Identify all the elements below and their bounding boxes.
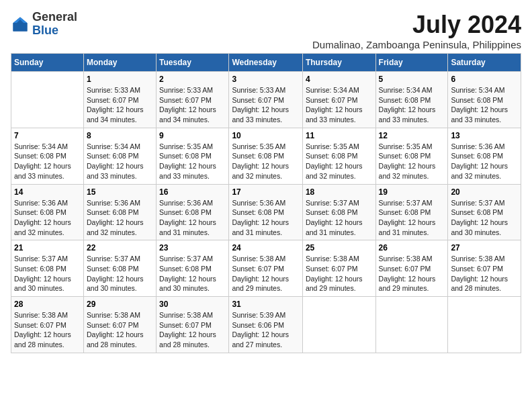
day-number: 12	[379, 131, 445, 140]
day-info: Sunrise: 5:34 AM Sunset: 6:07 PM Dayligh…	[306, 85, 373, 125]
day-info: Sunrise: 5:34 AM Sunset: 6:08 PM Dayligh…	[87, 142, 153, 181]
day-number: 6	[451, 75, 518, 84]
subtitle: Dumalinao, Zamboanga Peninsula, Philippi…	[312, 39, 521, 50]
day-number: 16	[159, 187, 226, 197]
logo-icon	[11, 15, 30, 34]
calendar-cell: 9Sunrise: 5:35 AM Sunset: 6:08 PM Daylig…	[157, 128, 229, 184]
calendar-cell: 26Sunrise: 5:38 AM Sunset: 6:07 PM Dayli…	[375, 240, 448, 297]
day-info: Sunrise: 5:39 AM Sunset: 6:06 PM Dayligh…	[232, 310, 300, 350]
calendar-cell: 10Sunrise: 5:35 AM Sunset: 6:08 PM Dayli…	[229, 128, 303, 184]
day-number: 8	[87, 131, 153, 140]
day-number: 28	[14, 300, 81, 309]
day-info: Sunrise: 5:38 AM Sunset: 6:07 PM Dayligh…	[379, 254, 445, 293]
day-info: Sunrise: 5:38 AM Sunset: 6:07 PM Dayligh…	[87, 310, 153, 350]
day-info: Sunrise: 5:34 AM Sunset: 6:08 PM Dayligh…	[451, 85, 518, 125]
day-number: 23	[159, 243, 226, 253]
day-number: 22	[87, 243, 153, 253]
calendar-cell	[375, 297, 448, 353]
day-number: 7	[14, 131, 81, 140]
calendar-cell: 30Sunrise: 5:38 AM Sunset: 6:07 PM Dayli…	[157, 297, 229, 353]
day-number: 25	[306, 243, 373, 253]
header-cell-sunday: Sunday	[11, 54, 84, 72]
calendar-cell: 1Sunrise: 5:33 AM Sunset: 6:07 PM Daylig…	[83, 72, 156, 128]
day-info: Sunrise: 5:36 AM Sunset: 6:08 PM Dayligh…	[87, 198, 153, 238]
calendar-cell: 27Sunrise: 5:38 AM Sunset: 6:07 PM Dayli…	[448, 240, 521, 297]
calendar-cell	[448, 297, 521, 353]
svg-rect-2	[13, 23, 28, 31]
calendar-cell: 18Sunrise: 5:37 AM Sunset: 6:08 PM Dayli…	[302, 184, 375, 240]
day-number: 19	[379, 187, 445, 197]
header-cell-thursday: Thursday	[302, 54, 375, 72]
day-info: Sunrise: 5:38 AM Sunset: 6:07 PM Dayligh…	[451, 254, 518, 293]
day-info: Sunrise: 5:36 AM Sunset: 6:08 PM Dayligh…	[451, 142, 518, 181]
day-info: Sunrise: 5:36 AM Sunset: 6:08 PM Dayligh…	[14, 198, 81, 238]
page-header: General Blue July 2024 Dumalinao, Zamboa…	[11, 11, 521, 50]
day-info: Sunrise: 5:35 AM Sunset: 6:08 PM Dayligh…	[379, 142, 445, 181]
day-number: 31	[232, 300, 300, 309]
day-number: 29	[87, 300, 153, 309]
calendar-cell: 8Sunrise: 5:34 AM Sunset: 6:08 PM Daylig…	[83, 128, 156, 184]
day-number: 11	[306, 131, 373, 140]
day-number: 14	[14, 187, 81, 197]
day-number: 20	[451, 187, 518, 197]
calendar-cell: 11Sunrise: 5:35 AM Sunset: 6:08 PM Dayli…	[302, 128, 375, 184]
day-info: Sunrise: 5:33 AM Sunset: 6:07 PM Dayligh…	[232, 85, 300, 125]
day-info: Sunrise: 5:38 AM Sunset: 6:07 PM Dayligh…	[232, 254, 300, 293]
day-info: Sunrise: 5:38 AM Sunset: 6:07 PM Dayligh…	[159, 310, 226, 350]
calendar-cell: 13Sunrise: 5:36 AM Sunset: 6:08 PM Dayli…	[448, 128, 521, 184]
calendar-cell: 3Sunrise: 5:33 AM Sunset: 6:07 PM Daylig…	[229, 72, 303, 128]
calendar-cell: 4Sunrise: 5:34 AM Sunset: 6:07 PM Daylig…	[302, 72, 375, 128]
day-number: 5	[379, 75, 445, 84]
header-cell-friday: Friday	[375, 54, 448, 72]
calendar-cell: 28Sunrise: 5:38 AM Sunset: 6:07 PM Dayli…	[11, 297, 84, 353]
day-info: Sunrise: 5:38 AM Sunset: 6:07 PM Dayligh…	[306, 254, 373, 293]
day-number: 4	[306, 75, 373, 84]
calendar-cell: 22Sunrise: 5:37 AM Sunset: 6:08 PM Dayli…	[83, 240, 156, 297]
calendar-cell: 21Sunrise: 5:37 AM Sunset: 6:08 PM Dayli…	[11, 240, 84, 297]
day-info: Sunrise: 5:36 AM Sunset: 6:08 PM Dayligh…	[159, 198, 226, 238]
calendar-cell: 2Sunrise: 5:33 AM Sunset: 6:07 PM Daylig…	[157, 72, 229, 128]
day-number: 1	[87, 75, 153, 84]
calendar-cell	[302, 297, 375, 353]
calendar-cell: 6Sunrise: 5:34 AM Sunset: 6:08 PM Daylig…	[448, 72, 521, 128]
header-cell-monday: Monday	[83, 54, 156, 72]
calendar-cell: 7Sunrise: 5:34 AM Sunset: 6:08 PM Daylig…	[11, 128, 84, 184]
title-block: July 2024 Dumalinao, Zamboanga Peninsula…	[312, 11, 521, 50]
calendar-cell: 12Sunrise: 5:35 AM Sunset: 6:08 PM Dayli…	[375, 128, 448, 184]
day-number: 15	[87, 187, 153, 197]
day-number: 10	[232, 131, 300, 140]
day-info: Sunrise: 5:35 AM Sunset: 6:08 PM Dayligh…	[159, 142, 226, 181]
week-row-1: 1Sunrise: 5:33 AM Sunset: 6:07 PM Daylig…	[11, 72, 521, 128]
logo-text: General Blue	[32, 11, 77, 38]
day-info: Sunrise: 5:35 AM Sunset: 6:08 PM Dayligh…	[232, 142, 300, 181]
day-info: Sunrise: 5:37 AM Sunset: 6:08 PM Dayligh…	[87, 254, 153, 293]
day-number: 27	[451, 243, 518, 253]
day-number: 17	[232, 187, 300, 197]
header-cell-wednesday: Wednesday	[229, 54, 303, 72]
header-cell-saturday: Saturday	[448, 54, 521, 72]
week-row-2: 7Sunrise: 5:34 AM Sunset: 6:08 PM Daylig…	[11, 128, 521, 184]
day-number: 9	[159, 131, 226, 140]
day-info: Sunrise: 5:37 AM Sunset: 6:08 PM Dayligh…	[451, 198, 518, 238]
day-number: 2	[159, 75, 226, 84]
calendar-table: SundayMondayTuesdayWednesdayThursdayFrid…	[11, 53, 521, 353]
calendar-cell: 15Sunrise: 5:36 AM Sunset: 6:08 PM Dayli…	[83, 184, 156, 240]
calendar-cell: 19Sunrise: 5:37 AM Sunset: 6:08 PM Dayli…	[375, 184, 448, 240]
week-row-4: 21Sunrise: 5:37 AM Sunset: 6:08 PM Dayli…	[11, 240, 521, 297]
week-row-5: 28Sunrise: 5:38 AM Sunset: 6:07 PM Dayli…	[11, 297, 521, 353]
calendar-cell: 31Sunrise: 5:39 AM Sunset: 6:06 PM Dayli…	[229, 297, 303, 353]
calendar-cell: 23Sunrise: 5:37 AM Sunset: 6:08 PM Dayli…	[157, 240, 229, 297]
header-row: SundayMondayTuesdayWednesdayThursdayFrid…	[11, 54, 521, 72]
header-cell-tuesday: Tuesday	[157, 54, 229, 72]
logo-blue: Blue	[32, 24, 58, 37]
day-number: 21	[14, 243, 81, 253]
calendar-cell: 17Sunrise: 5:36 AM Sunset: 6:08 PM Dayli…	[229, 184, 303, 240]
calendar-cell: 24Sunrise: 5:38 AM Sunset: 6:07 PM Dayli…	[229, 240, 303, 297]
day-info: Sunrise: 5:37 AM Sunset: 6:08 PM Dayligh…	[14, 254, 81, 293]
calendar-cell: 16Sunrise: 5:36 AM Sunset: 6:08 PM Dayli…	[157, 184, 229, 240]
day-info: Sunrise: 5:36 AM Sunset: 6:08 PM Dayligh…	[232, 198, 300, 238]
day-info: Sunrise: 5:37 AM Sunset: 6:08 PM Dayligh…	[159, 254, 226, 293]
day-number: 3	[232, 75, 300, 84]
main-title: July 2024	[312, 11, 521, 39]
day-info: Sunrise: 5:37 AM Sunset: 6:08 PM Dayligh…	[379, 198, 445, 238]
